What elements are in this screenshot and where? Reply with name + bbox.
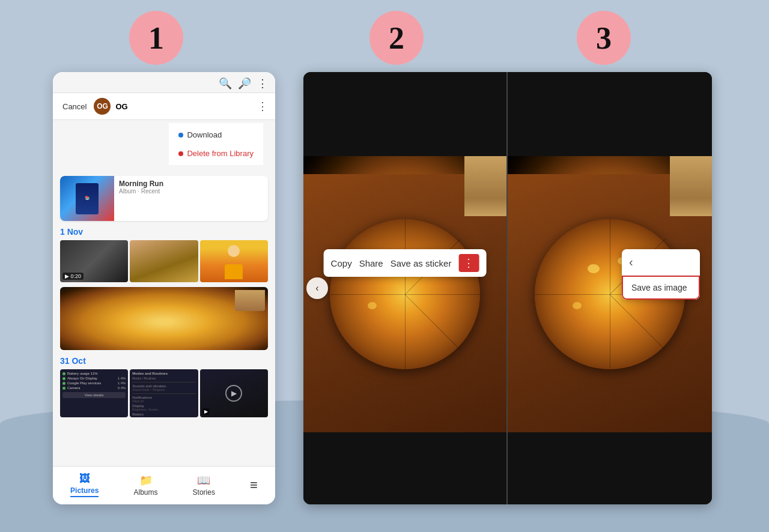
more-vert-icon[interactable]: ⋮ <box>257 77 268 90</box>
pictures-icon: 🖼 <box>79 473 90 485</box>
morning-run-title: Morning Run <box>119 180 263 188</box>
play-icon: ▶ <box>225 385 242 402</box>
more-options-button[interactable]: ⋮ <box>458 254 479 272</box>
pizza-screen3: ‹ Save as image <box>508 72 712 504</box>
photo-thumb-2[interactable] <box>130 240 198 282</box>
cancel-text[interactable]: Cancel <box>60 101 89 112</box>
photo-thumb-3[interactable] <box>200 240 268 282</box>
morning-run-thumbnail: 📚 <box>60 176 114 221</box>
left-arrow-button[interactable]: ‹ <box>306 277 328 299</box>
albums-icon: 📁 <box>139 474 153 487</box>
morning-run-card: 📚 Morning Run Album · Recent <box>60 176 268 221</box>
nav-albums[interactable]: 📁 Albums <box>134 474 158 497</box>
photo-thumb-pizza[interactable] <box>60 287 268 350</box>
date-header-1nov: 1 Nov <box>53 225 275 240</box>
save-as-image-option[interactable]: Save as image <box>622 276 700 300</box>
phone3-bottom-bar <box>508 432 712 504</box>
step2-circle: 2 <box>369 11 424 65</box>
phone1-mockup: 🔍 🔎 ⋮ Cancel OG OG ⋮ Download Delete fro… <box>53 72 275 504</box>
settings-row-battery: Battery usage 11% <box>62 372 126 375</box>
delete-dot <box>178 151 183 156</box>
download-dot <box>178 133 183 138</box>
delete-action[interactable]: Delete from Library <box>169 144 263 163</box>
nav-pictures[interactable]: 🖼 Pictures <box>70 473 99 497</box>
download-action[interactable]: Download <box>169 125 263 144</box>
morning-run-subtitle: Album · Recent <box>119 188 263 195</box>
phone3-top-bar <box>508 72 712 156</box>
phone1-header: 🔍 🔎 ⋮ <box>53 72 275 93</box>
phone1-bottom-nav: 🖼 Pictures 📁 Albums 📖 Stories ≡ <box>53 466 275 504</box>
context-menu-bar: Cancel OG OG ⋮ <box>53 93 275 120</box>
share-option[interactable]: Share <box>359 258 383 268</box>
user-avatar: OG <box>94 98 111 115</box>
phone2-bottom-bar <box>303 432 506 504</box>
pizza-container: ‹ Copy Share Save as sticker ⋮ <box>303 72 712 504</box>
action-dropdown-menu: Download Delete from Library <box>169 123 263 165</box>
pizza-screen2: ‹ Copy Share Save as sticker ⋮ <box>303 72 508 504</box>
back-icon[interactable]: ‹ <box>629 255 633 269</box>
dropdown-header: ‹ <box>622 249 700 276</box>
photo-thumb-1[interactable]: ▶ 0:20 <box>60 240 128 282</box>
phone2-top-bar <box>303 72 506 156</box>
mode-screenshot[interactable]: Modes and Routines Modes / Routines Soun… <box>130 369 198 417</box>
date-header-31oct: 31 Oct <box>53 354 275 369</box>
settings-screenshot[interactable]: Battery usage 11% Always On Display 1.4%… <box>60 369 128 417</box>
search-alt-icon[interactable]: 🔎 <box>238 77 251 90</box>
stories-icon: 📖 <box>197 474 210 487</box>
search-icon[interactable]: 🔍 <box>219 77 232 90</box>
copy-option[interactable]: Copy <box>331 258 352 268</box>
video-duration-badge: ▶ 0:20 <box>62 273 84 280</box>
save-as-image-dropdown: ‹ Save as image <box>622 249 700 300</box>
photo-grid-1nov: ▶ 0:20 <box>60 240 268 282</box>
hamburger-icon: ≡ <box>250 477 258 493</box>
step3-circle: 3 <box>577 11 631 65</box>
photo-grid-31oct: Battery usage 11% Always On Display 1.4%… <box>60 369 268 417</box>
nav-stories[interactable]: 📖 Stories <box>193 474 215 497</box>
more-options-icon[interactable]: ⋮ <box>257 100 268 113</box>
dark-video-thumb[interactable]: ▶ ▶ <box>200 369 268 417</box>
save-as-sticker-option[interactable]: Save as sticker <box>391 258 452 268</box>
pizza-image-2 <box>303 156 506 432</box>
nav-menu[interactable]: ≡ <box>250 477 258 493</box>
pizza-context-menu: Copy Share Save as sticker ⋮ <box>324 249 487 277</box>
user-name: OG <box>115 102 127 111</box>
step1-circle: 1 <box>129 11 183 65</box>
